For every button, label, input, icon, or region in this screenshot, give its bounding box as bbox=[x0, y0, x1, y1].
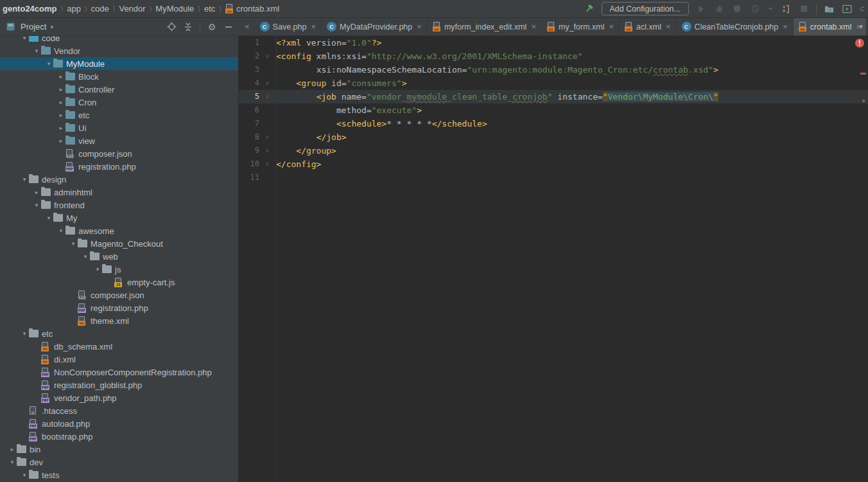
tree-item-registration-globlist-php[interactable]: PHPregistration_globlist.php bbox=[0, 379, 238, 391]
tab-crontab-xml[interactable]: <>crontab.xml× bbox=[794, 18, 867, 35]
project-tree-panel[interactable]: ▾code▾Vendor▾MyModule▸Block▸Controller▸C… bbox=[0, 36, 239, 482]
tab-save-php[interactable]: CSave.php× bbox=[255, 18, 322, 35]
collapse-arrow-icon[interactable]: ▾ bbox=[20, 176, 29, 183]
tree-item-frontend[interactable]: ▾frontend bbox=[0, 199, 238, 211]
breadcrumb-item-etc[interactable]: etc bbox=[203, 4, 216, 13]
close-tab-icon[interactable]: × bbox=[666, 22, 671, 31]
error-stripe-dot[interactable] bbox=[862, 100, 865, 102]
tree-item-my[interactable]: ▾My bbox=[0, 211, 238, 224]
tree-item-noncomposercomponentregistration-php[interactable]: PHPNonComposerComponentRegistration.php bbox=[0, 366, 238, 379]
code-line-3[interactable]: 3 xsi:noNamespaceSchemaLocation="urn:mag… bbox=[239, 63, 868, 76]
fold-marker-icon[interactable]: ∨ bbox=[262, 90, 273, 103]
error-stripe-mark[interactable] bbox=[860, 73, 866, 75]
fold-marker-icon[interactable]: ∨ bbox=[262, 49, 273, 63]
tree-item-etc[interactable]: ▸etc bbox=[0, 109, 238, 121]
tree-item-dev[interactable]: ▾dev bbox=[0, 456, 238, 469]
inspections-error-indicator[interactable]: ! bbox=[855, 39, 864, 48]
collapse-arrow-icon[interactable]: ▾ bbox=[56, 228, 65, 234]
expand-arrow-icon[interactable]: ▸ bbox=[56, 138, 65, 144]
code-line-7[interactable]: 7 <schedule>* * * * *</schedule> bbox=[239, 117, 868, 130]
tree-item-awesome[interactable]: ▾awesome bbox=[0, 224, 238, 237]
breadcrumb-item-crontab-xml[interactable]: <>crontab.xml bbox=[224, 4, 281, 13]
tree-item-vendor[interactable]: ▾Vendor bbox=[0, 44, 238, 57]
tree-item-bin[interactable]: ▸bin bbox=[0, 443, 238, 456]
tab-cleantablecronjob-php[interactable]: CCleanTableCronjob.php× bbox=[677, 18, 794, 35]
tree-item-composer-json[interactable]: {@}composer.json bbox=[0, 147, 238, 160]
attach-debugger-icon[interactable] bbox=[780, 3, 792, 15]
hide-panel-icon[interactable] bbox=[222, 21, 235, 33]
fold-marker-icon[interactable]: ∧ bbox=[262, 130, 273, 144]
fold-marker-icon[interactable]: ∧ bbox=[262, 144, 273, 157]
code-line-2[interactable]: 2∨<config xmlns:xsi="http://www.w3.org/2… bbox=[239, 49, 868, 63]
tree-item-code[interactable]: ▾code bbox=[0, 36, 238, 44]
tab-my-form-xml[interactable]: <>my_form.xml× bbox=[542, 18, 620, 35]
tree-item-design[interactable]: ▾design bbox=[0, 173, 238, 186]
stop-icon[interactable] bbox=[798, 3, 810, 15]
editor-area[interactable]: 1<?xml version="1.0"?>2∨<config xmlns:xs… bbox=[239, 36, 868, 482]
code-line-10[interactable]: 10∧</config> bbox=[239, 157, 868, 171]
collapse-arrow-icon[interactable]: ▾ bbox=[44, 215, 53, 221]
expand-arrow-icon[interactable]: ▸ bbox=[32, 189, 41, 195]
tree-item-controller[interactable]: ▸Controller bbox=[0, 83, 238, 96]
tab-list-chevron-icon[interactable]: ▾ bbox=[859, 18, 863, 35]
fold-marker-icon[interactable]: ∧ bbox=[262, 157, 273, 171]
tab-mydataprovider-php[interactable]: CMyDataProvider.php× bbox=[322, 18, 428, 35]
tree-item-htaccess[interactable]: ≡.htaccess bbox=[0, 404, 238, 417]
close-tab-icon[interactable]: × bbox=[609, 22, 614, 31]
breadcrumb-item-mymodule[interactable]: MyModule bbox=[154, 4, 195, 13]
tree-item-vendor-path-php[interactable]: PHPvendor_path.php bbox=[0, 391, 238, 404]
expand-arrow-icon[interactable]: ▸ bbox=[56, 99, 65, 105]
tree-item-cron[interactable]: ▸Cron bbox=[0, 96, 238, 109]
chevron-down-icon[interactable]: ▾ bbox=[50, 24, 53, 30]
tree-item-registration-php[interactable]: PHPregistration.php bbox=[0, 160, 238, 173]
expand-arrow-icon[interactable]: ▸ bbox=[8, 446, 17, 452]
breadcrumb-item-code[interactable]: code bbox=[90, 4, 110, 13]
profiler-icon[interactable] bbox=[749, 3, 761, 15]
code-line-6[interactable]: 6 method="execute"> bbox=[239, 103, 868, 117]
settings-gear-icon[interactable]: ⚙ bbox=[205, 21, 218, 33]
tree-item-tests[interactable]: ▾tests bbox=[0, 469, 238, 481]
breadcrumb-item-app[interactable]: app bbox=[65, 4, 82, 13]
locate-icon[interactable] bbox=[165, 21, 178, 33]
collapse-arrow-icon[interactable]: ▾ bbox=[81, 253, 90, 260]
collapse-arrow-icon[interactable]: ▾ bbox=[20, 330, 29, 337]
profiler-dropdown-icon[interactable] bbox=[767, 3, 774, 15]
tree-item-etc[interactable]: ▾etc bbox=[0, 327, 238, 340]
project-structure-icon[interactable] bbox=[823, 3, 835, 15]
collapse-arrow-icon[interactable]: ▾ bbox=[20, 36, 29, 41]
code-line-4[interactable]: 4∨ <group id="consumers"> bbox=[239, 76, 868, 90]
run-icon[interactable] bbox=[695, 3, 707, 15]
expand-arrow-icon[interactable]: ▸ bbox=[56, 86, 65, 93]
tree-item-empty-cart-js[interactable]: JSempty-cart.js bbox=[0, 276, 238, 289]
close-tab-icon[interactable]: × bbox=[245, 22, 250, 31]
tab-myform-index-edit-xml[interactable]: <>myform_index_edit.xml× bbox=[428, 18, 542, 35]
code-line-9[interactable]: 9∧ </group> bbox=[239, 144, 868, 157]
expand-arrow-icon[interactable]: ▸ bbox=[56, 73, 65, 80]
code-line-5[interactable]: 5∨ <job name="vendor_mymodule_clean_tabl… bbox=[239, 90, 868, 103]
close-tab-icon[interactable]: × bbox=[311, 22, 316, 31]
expand-arrow-icon[interactable]: ▸ bbox=[56, 112, 65, 118]
collapse-arrow-icon[interactable]: ▾ bbox=[32, 202, 41, 208]
add-configuration-button[interactable]: Add Configuration... bbox=[602, 2, 690, 15]
tree-item-autoload-php[interactable]: PHPautoload.php bbox=[0, 417, 238, 430]
coverage-icon[interactable] bbox=[731, 3, 743, 15]
collapse-arrow-icon[interactable]: ▾ bbox=[93, 266, 102, 272]
tree-item-js[interactable]: ▾js bbox=[0, 263, 238, 276]
tree-item-web[interactable]: ▾web bbox=[0, 250, 238, 263]
tree-item-di-xml[interactable]: <>di.xml bbox=[0, 353, 238, 366]
tree-item-block[interactable]: ▸Block bbox=[0, 70, 238, 83]
collapse-arrow-icon[interactable]: ▾ bbox=[8, 459, 17, 465]
tree-item-mymodule[interactable]: ▾MyModule bbox=[0, 57, 238, 70]
tab-acl-xml[interactable]: <>acl.xml× bbox=[620, 18, 677, 35]
build-hammer-icon[interactable] bbox=[584, 3, 595, 15]
breadcrumb-item-gento24comp[interactable]: gento24comp bbox=[1, 4, 58, 13]
collapse-arrow-icon[interactable]: ▾ bbox=[69, 240, 78, 247]
code-line-1[interactable]: 1<?xml version="1.0"?> bbox=[239, 36, 868, 49]
tree-item-view[interactable]: ▸view bbox=[0, 134, 238, 147]
tree-item-theme-xml[interactable]: <>theme.xml bbox=[0, 314, 238, 327]
project-panel-title[interactable]: Project bbox=[21, 22, 46, 31]
debug-icon[interactable] bbox=[713, 3, 725, 15]
breadcrumb-item-vendor[interactable]: Vendor bbox=[117, 4, 146, 13]
close-tab-icon[interactable]: × bbox=[417, 22, 422, 31]
code-line-8[interactable]: 8∧ </job> bbox=[239, 130, 868, 144]
